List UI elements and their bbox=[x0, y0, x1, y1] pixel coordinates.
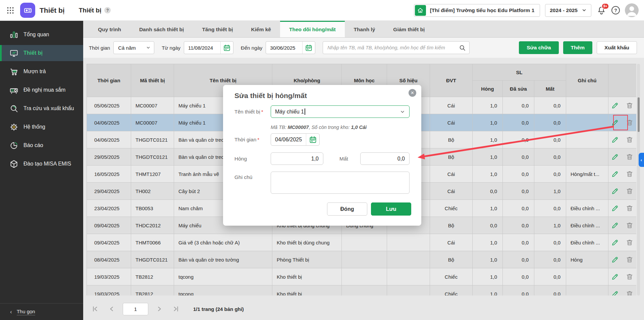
table-row[interactable]: 19/03/2025 TB2812 tqcong Kho thiết bị Ch… bbox=[87, 268, 637, 285]
table-row[interactable]: 09/04/2025 THMT0066 Giá vẽ (3 chân hoặc … bbox=[87, 234, 637, 251]
sidebar-item-tra-cuu-va-xuat-khau[interactable]: Tra cứu và xuất khẩu bbox=[0, 100, 83, 117]
page-number-input[interactable] bbox=[123, 303, 148, 315]
table-row[interactable]: 08/04/2025 THGDTC0121 Bàn và quân cờ tre… bbox=[87, 251, 637, 268]
cell-time: 16/05/2025 bbox=[87, 166, 131, 183]
edit-pencil-icon[interactable] bbox=[611, 221, 619, 229]
edit-pencil-icon[interactable] bbox=[611, 187, 619, 195]
sidebar-item-dao-tao-misa-emis[interactable]: Đào tạo MISA EMIS bbox=[0, 156, 83, 172]
device-name-select[interactable]: Máy chiếu 1 bbox=[271, 105, 410, 118]
prev-page-button[interactable] bbox=[108, 305, 115, 313]
device-helper-text: Mã TB: MC00007, Số còn trong kho: 1,0 Cá… bbox=[271, 125, 367, 130]
delete-trash-icon[interactable] bbox=[626, 204, 634, 212]
tab-6[interactable]: Thanh lý bbox=[345, 21, 384, 37]
search-icon[interactable] bbox=[459, 44, 466, 51]
cell-repaired: 0,0 bbox=[503, 234, 534, 251]
edit-pencil-icon[interactable] bbox=[611, 170, 619, 178]
add-button[interactable]: Thêm bbox=[563, 41, 592, 54]
edit-pencil-icon[interactable] bbox=[611, 256, 619, 264]
delete-trash-icon[interactable] bbox=[626, 101, 634, 109]
save-button[interactable]: Lưu bbox=[371, 202, 411, 216]
sidebar-item-he-thong[interactable]: Hệ thống bbox=[0, 119, 83, 135]
broken-label: Hỏng bbox=[234, 156, 271, 162]
sidebar-item-muon-tra[interactable]: Mượn trả bbox=[0, 63, 83, 80]
close-button[interactable]: Đóng bbox=[327, 202, 367, 216]
tab-2[interactable]: Danh sách thiết bị bbox=[130, 21, 193, 37]
delete-trash-icon[interactable] bbox=[626, 136, 634, 144]
delete-trash-icon[interactable] bbox=[626, 187, 634, 195]
cell-note: Điều chỉnh ... bbox=[566, 217, 608, 234]
delete-trash-icon[interactable] bbox=[626, 119, 634, 127]
last-page-button[interactable] bbox=[172, 305, 180, 313]
repair-button[interactable]: Sửa chữa bbox=[519, 41, 558, 54]
delete-trash-icon[interactable] bbox=[626, 221, 634, 229]
school-selector[interactable]: [Thí điểm] Trường tiểu học Edu Platform … bbox=[414, 4, 540, 17]
stock-quantity: 1,0 Cái bbox=[351, 125, 367, 130]
cell-subject bbox=[342, 234, 387, 251]
edit-pencil-icon[interactable] bbox=[611, 119, 619, 127]
tab-1[interactable]: Quy trình bbox=[89, 21, 130, 37]
cell-code: TH002 bbox=[131, 183, 174, 200]
time-range-select[interactable]: Cả năm bbox=[113, 41, 154, 54]
page-title-help-icon[interactable]: ? bbox=[104, 7, 111, 13]
page-title: Thiết bị bbox=[79, 7, 102, 14]
edit-pencil-icon[interactable] bbox=[611, 153, 619, 161]
tab-5[interactable]: Theo dõi hỏng/mất bbox=[280, 21, 345, 37]
cell-note bbox=[566, 131, 608, 148]
next-page-button[interactable] bbox=[156, 305, 163, 313]
from-date-picker[interactable]: 11/08/2024 bbox=[184, 41, 233, 54]
delete-trash-icon[interactable] bbox=[626, 153, 634, 161]
sidebar-item-de-nghi-mua-sam[interactable]: Đề nghị mua sắm bbox=[0, 82, 83, 98]
app-grid-icon[interactable] bbox=[6, 6, 15, 15]
sidebar-collapse-button[interactable]: ‹ Thu gọn bbox=[0, 303, 83, 320]
edit-pencil-icon[interactable] bbox=[611, 273, 619, 281]
scrollbar-thumb[interactable] bbox=[638, 97, 640, 132]
delete-trash-icon[interactable] bbox=[626, 256, 634, 264]
help-button[interactable]: ? bbox=[611, 6, 620, 14]
edit-pencil-icon[interactable] bbox=[611, 136, 619, 144]
lost-label: Mất bbox=[339, 156, 360, 162]
app-name: Thiết bị bbox=[40, 6, 65, 14]
app-logo-projector-icon[interactable] bbox=[20, 3, 35, 18]
tab-7[interactable]: Giảm thiết bị bbox=[384, 21, 434, 37]
sidebar: Tổng quanThiết bịMượn trảĐề nghị mua sắm… bbox=[0, 21, 83, 320]
first-page-button[interactable] bbox=[91, 305, 99, 313]
tab-4[interactable]: Kiểm kê bbox=[242, 21, 280, 37]
sidebar-item-tong-quan[interactable]: Tổng quan bbox=[0, 27, 83, 43]
edit-pencil-icon[interactable] bbox=[611, 238, 619, 246]
note-textarea[interactable] bbox=[271, 172, 410, 194]
vertical-scrollbar[interactable] bbox=[637, 64, 640, 295]
sidebar-item-label: Đề nghị mua sắm bbox=[23, 87, 65, 93]
search-input[interactable] bbox=[327, 45, 459, 50]
school-year-dropdown[interactable]: 2024 - 2025 bbox=[545, 4, 591, 17]
close-icon[interactable]: ✕ bbox=[409, 89, 416, 97]
export-button[interactable]: Xuất khẩu bbox=[597, 41, 637, 54]
to-date-picker[interactable]: 30/06/2025 bbox=[266, 41, 315, 54]
notifications-button[interactable]: 9+ bbox=[596, 5, 606, 15]
modal-date-picker[interactable]: 04/06/2025 bbox=[271, 133, 320, 146]
cell-name: Giá vẽ (3 chân hoặc chữ A) bbox=[174, 234, 272, 251]
cell-actions bbox=[608, 114, 636, 131]
cell-note bbox=[566, 148, 608, 166]
delete-trash-icon[interactable] bbox=[626, 290, 634, 295]
side-panel-toggle[interactable]: ‹ bbox=[639, 153, 644, 167]
calendar-icon[interactable] bbox=[306, 134, 319, 145]
lost-input[interactable] bbox=[361, 153, 409, 165]
sidebar-item-bao-cao[interactable]: Báo cáo bbox=[0, 137, 83, 153]
delete-trash-icon[interactable] bbox=[626, 238, 634, 246]
cell-lost: 0,0 bbox=[534, 114, 566, 131]
edit-pencil-icon[interactable] bbox=[611, 204, 619, 212]
calendar-icon[interactable] bbox=[302, 42, 315, 54]
delete-trash-icon[interactable] bbox=[626, 273, 634, 281]
tab-3[interactable]: Tăng thiết bị bbox=[193, 21, 242, 37]
delete-trash-icon[interactable] bbox=[626, 170, 634, 178]
calendar-icon[interactable] bbox=[220, 42, 233, 54]
cell-time: 04/06/2025 bbox=[87, 131, 131, 148]
broken-input[interactable] bbox=[271, 153, 323, 165]
sidebar-item-thiet-bi[interactable]: Thiết bị bbox=[0, 45, 83, 61]
search-box bbox=[323, 41, 470, 54]
table-row[interactable]: 19/03/2025 TB2812 tqcong Kho thiết bị Ch… bbox=[87, 285, 637, 296]
edit-pencil-icon[interactable] bbox=[611, 101, 619, 109]
cell-actions bbox=[608, 285, 636, 296]
user-avatar[interactable] bbox=[625, 3, 639, 17]
edit-pencil-icon[interactable] bbox=[611, 290, 619, 295]
